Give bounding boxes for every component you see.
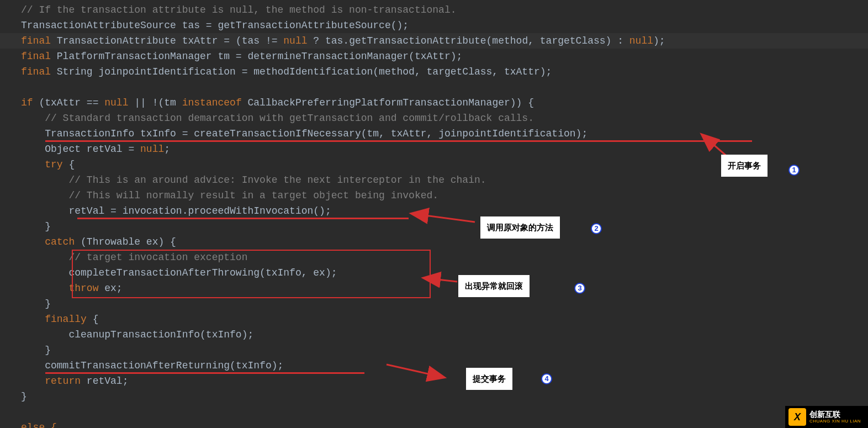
code-line: else { xyxy=(21,420,868,428)
annotation-number: 1 xyxy=(788,165,800,176)
annotation-label: 调用原对象的方法 xyxy=(480,216,560,239)
box-annotation xyxy=(72,250,431,298)
code-line: TransactionAttributeSource tas = getTran… xyxy=(21,18,868,33)
code-line: return retVal; xyxy=(21,373,868,389)
code-line: } xyxy=(21,342,868,358)
code-line xyxy=(21,80,868,95)
code-line: TransactionInfo txInfo = createTransacti… xyxy=(21,126,868,141)
underline-annotation xyxy=(77,218,409,219)
annotation-label: 提交事务 xyxy=(466,368,512,390)
watermark-title: 创新互联 xyxy=(809,410,861,419)
code-line: // Standard transaction demarcation with… xyxy=(21,110,868,126)
code-editor: // If the transaction attribute is null,… xyxy=(0,0,868,428)
code-line: final TransactionAttribute txAttr = (tas… xyxy=(21,33,868,49)
code-line: if (txAttr == null || !(tm instanceof Ca… xyxy=(21,95,868,110)
annotation-label: 开启事务 xyxy=(721,155,768,177)
annotation-label: 出现异常就回滚 xyxy=(458,275,530,297)
code-line: cleanupTransactionInfo(txInfo); xyxy=(21,327,868,342)
logo-icon: X xyxy=(788,408,806,426)
code-line: } xyxy=(21,389,868,404)
code-line: commitTransactionAfterReturning(txInfo); xyxy=(21,358,868,373)
code-line: retVal = invocation.proceedWithInvocatio… xyxy=(21,203,868,219)
code-line xyxy=(21,404,868,420)
watermark-logo: X 创新互联 CHUANG XIN HU LIAN xyxy=(785,406,868,428)
code-line: } xyxy=(21,219,868,234)
annotation-number: 2 xyxy=(591,223,602,234)
code-line: finally { xyxy=(21,311,868,327)
code-line: final PlatformTransactionManager tm = de… xyxy=(21,49,868,64)
code-line: final String joinpointIdentification = m… xyxy=(21,64,868,80)
annotation-number: 4 xyxy=(541,373,552,384)
underline-annotation xyxy=(45,140,752,142)
watermark-subtitle: CHUANG XIN HU LIAN xyxy=(809,419,861,424)
underline-annotation xyxy=(45,372,364,374)
code-line: // If the transaction attribute is null,… xyxy=(21,2,868,18)
code-line: } xyxy=(21,296,868,311)
code-line: // This will normally result in a target… xyxy=(21,188,868,203)
code-line: catch (Throwable ex) { xyxy=(21,234,868,250)
annotation-number: 3 xyxy=(574,283,585,294)
